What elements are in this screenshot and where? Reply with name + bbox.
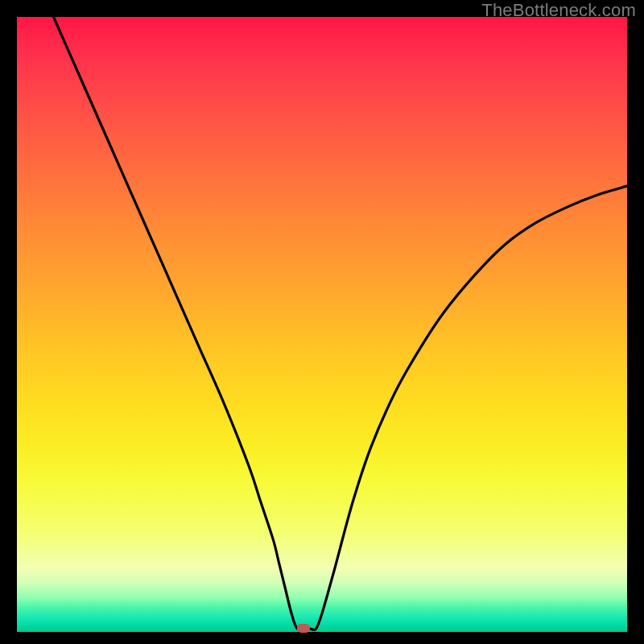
- optimum-marker: [297, 624, 310, 633]
- watermark-text: TheBottleneck.com: [481, 0, 636, 21]
- chart-frame: TheBottleneck.com: [0, 0, 644, 644]
- bottleneck-curve: [17, 17, 627, 632]
- plot-area: [17, 17, 627, 632]
